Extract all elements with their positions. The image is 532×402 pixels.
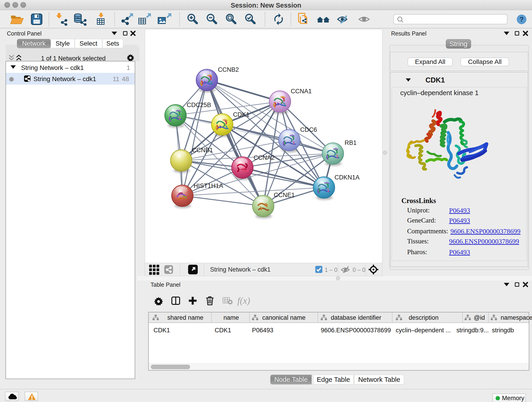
svg-text:CDC25B: CDC25B xyxy=(187,102,211,108)
svg-text:CDC6: CDC6 xyxy=(300,126,317,133)
svg-text:CCNA2: CCNA2 xyxy=(254,154,275,161)
svg-text:?: ? xyxy=(519,15,524,23)
svg-text:CCNA1: CCNA1 xyxy=(291,88,312,95)
svg-text:HIST1H1A: HIST1H1A xyxy=(194,182,223,189)
svg-text:CDK1: CDK1 xyxy=(233,111,249,118)
svg-text:CCNB2: CCNB2 xyxy=(218,66,239,73)
svg-text:CCNB1: CCNB1 xyxy=(192,147,213,153)
svg-text:CCNE1: CCNE1 xyxy=(274,191,295,198)
svg-text:RB1: RB1 xyxy=(345,139,357,146)
svg-text:CDKN1A: CDKN1A xyxy=(335,174,360,181)
